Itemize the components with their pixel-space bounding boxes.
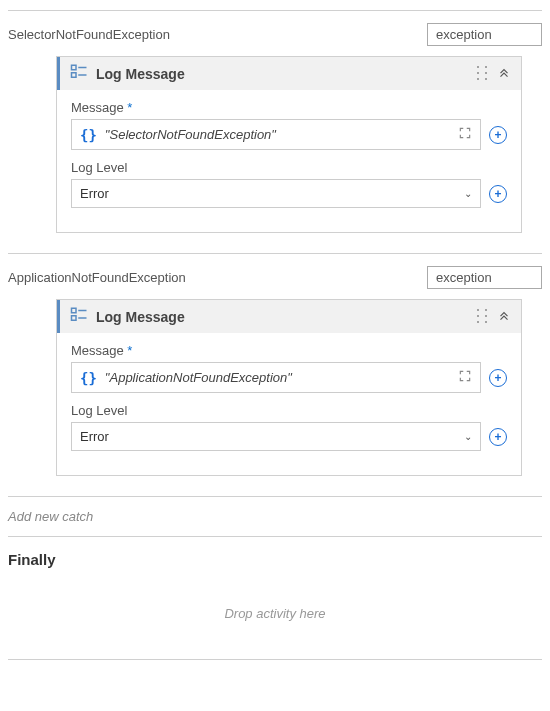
exception-type-input[interactable]: exception — [427, 266, 542, 289]
message-label: Message — [71, 343, 507, 358]
add-icon[interactable]: + — [489, 369, 507, 387]
svg-rect-1 — [72, 73, 77, 78]
menu-dots-icon[interactable] — [477, 66, 487, 81]
log-message-icon — [70, 306, 96, 327]
catch-header[interactable]: ApplicationNotFoundException exception — [8, 262, 542, 299]
drop-activity-zone[interactable]: Drop activity here — [8, 596, 542, 631]
message-input-row: {} "ApplicationNotFoundException" + — [71, 362, 507, 393]
message-input-row: {} "SelectorNotFoundException" + — [71, 119, 507, 150]
exception-name: SelectorNotFoundException — [8, 27, 170, 42]
catch-header[interactable]: SelectorNotFoundException exception — [8, 19, 542, 56]
add-icon[interactable]: + — [489, 428, 507, 446]
finally-block: Finally Drop activity here — [8, 536, 542, 645]
loglevel-input-row: Error ⌄ + — [71, 422, 507, 451]
exception-name: ApplicationNotFoundException — [8, 270, 186, 285]
activity-title: Log Message — [96, 309, 477, 325]
loglevel-label: Log Level — [71, 160, 507, 175]
catch-block: ApplicationNotFoundException exception L… — [8, 253, 542, 496]
activity-header[interactable]: Log Message — [57, 300, 521, 333]
activity-title: Log Message — [96, 66, 477, 82]
expand-icon[interactable] — [458, 126, 472, 143]
add-icon[interactable]: + — [489, 126, 507, 144]
loglevel-label: Log Level — [71, 403, 507, 418]
chevron-down-icon: ⌄ — [464, 431, 472, 442]
svg-rect-5 — [72, 316, 77, 321]
activity-card[interactable]: Log Message Message {} "ApplicationNotFo… — [56, 299, 522, 476]
collapse-icon[interactable] — [497, 308, 511, 325]
expression-icon: {} — [80, 370, 97, 386]
exception-type-input[interactable]: exception — [427, 23, 542, 46]
add-icon[interactable]: + — [489, 185, 507, 203]
expand-icon[interactable] — [458, 369, 472, 386]
activity-header[interactable]: Log Message — [57, 57, 521, 90]
activity-body: Message {} "ApplicationNotFoundException… — [57, 333, 521, 475]
menu-dots-icon[interactable] — [477, 309, 487, 324]
loglevel-input-row: Error ⌄ + — [71, 179, 507, 208]
svg-rect-4 — [72, 308, 77, 313]
message-value: "SelectorNotFoundException" — [105, 127, 276, 142]
activity-card[interactable]: Log Message Message {} "SelectorNotFound… — [56, 56, 522, 233]
message-expression-input[interactable]: {} "ApplicationNotFoundException" — [71, 362, 481, 393]
loglevel-value: Error — [80, 186, 109, 201]
loglevel-value: Error — [80, 429, 109, 444]
message-value: "ApplicationNotFoundException" — [105, 370, 292, 385]
svg-rect-0 — [72, 65, 77, 70]
activity-body: Message {} "SelectorNotFoundException" +… — [57, 90, 521, 232]
loglevel-dropdown[interactable]: Error ⌄ — [71, 422, 481, 451]
chevron-down-icon: ⌄ — [464, 188, 472, 199]
add-new-catch[interactable]: Add new catch — [8, 496, 542, 536]
expression-icon: {} — [80, 127, 97, 143]
finally-title: Finally — [8, 551, 542, 568]
loglevel-dropdown[interactable]: Error ⌄ — [71, 179, 481, 208]
catch-block: SelectorNotFoundException exception Log … — [8, 10, 542, 253]
message-label: Message — [71, 100, 507, 115]
collapse-icon[interactable] — [497, 65, 511, 82]
message-expression-input[interactable]: {} "SelectorNotFoundException" — [71, 119, 481, 150]
log-message-icon — [70, 63, 96, 84]
divider — [8, 659, 542, 660]
